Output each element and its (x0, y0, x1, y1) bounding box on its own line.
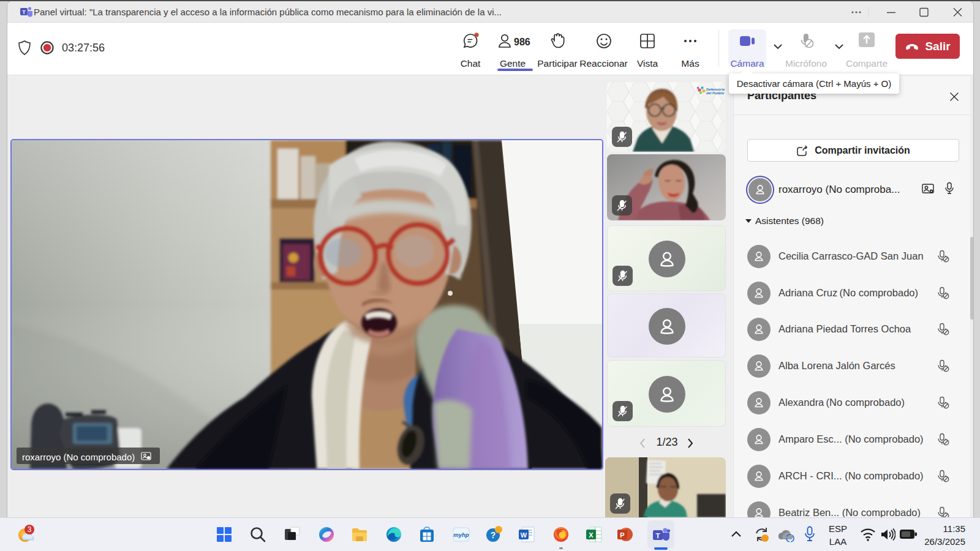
svg-text:T: T (655, 532, 660, 539)
svg-text:del Pueblo: del Pueblo (706, 91, 725, 95)
svg-text:986: 986 (514, 37, 530, 47)
svg-text:roxarroyo (No comprobado): roxarroyo (No comprobado) (22, 452, 135, 462)
svg-text:Defensoria: Defensoria (706, 88, 725, 91)
svg-text:X: X (589, 531, 594, 539)
svg-text:?: ? (491, 530, 496, 540)
svg-text:T: T (22, 9, 26, 15)
svg-text:myhp: myhp (453, 531, 469, 538)
svg-text:P: P (620, 531, 624, 539)
svg-text:W: W (521, 531, 527, 539)
svg-text:3: 3 (28, 525, 32, 534)
